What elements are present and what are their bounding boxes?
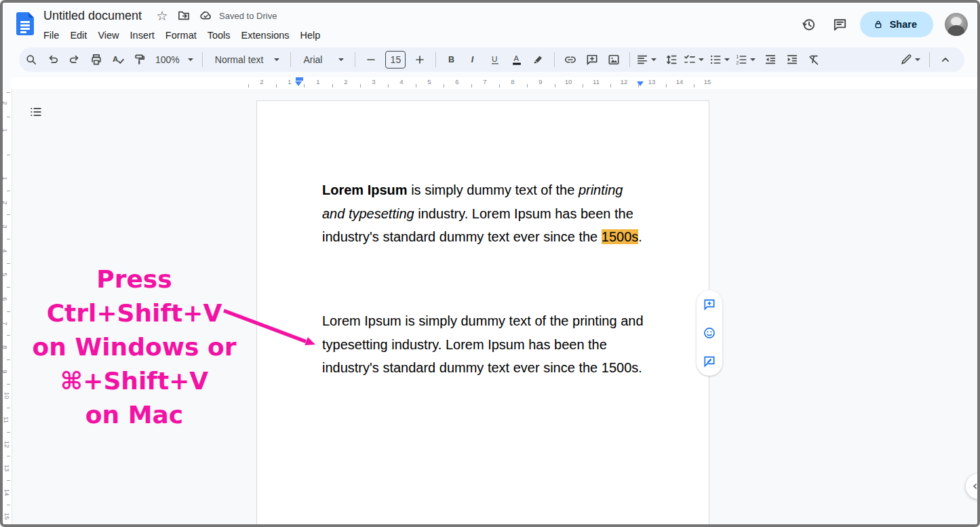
add-comment-icon[interactable]: [582, 50, 602, 70]
annotation-line: Ctrl+Shift+V: [22, 296, 246, 330]
ruler-number: 10: [3, 392, 11, 399]
underline-icon[interactable]: U: [485, 50, 505, 70]
image-icon[interactable]: [604, 50, 624, 70]
ruler-tick: [7, 214, 10, 215]
first-line-indent-marker[interactable]: [296, 77, 303, 81]
menu-tools[interactable]: Tools: [202, 28, 236, 43]
suggest-edits-button[interactable]: [701, 353, 718, 370]
ruler-tick: [304, 84, 305, 87]
paragraph-2: Lorem Ipsum is simply dummy text of the …: [322, 309, 654, 380]
share-button[interactable]: Share: [860, 12, 933, 37]
redo-icon[interactable]: [64, 50, 85, 70]
spellcheck-icon[interactable]: A: [108, 50, 128, 70]
font-size-input[interactable]: 15: [383, 50, 408, 70]
toolbar-divider: [290, 52, 291, 67]
ruler-number: 4: [399, 78, 403, 85]
line-spacing-icon[interactable]: [661, 50, 682, 70]
print-icon[interactable]: [86, 50, 106, 70]
numbered-list-icon[interactable]: 12: [734, 50, 759, 70]
annotation-line: on Windows or: [22, 330, 246, 364]
ruler-number: 9: [538, 78, 542, 85]
text-line: industry's standard dummy text ever sinc…: [322, 225, 654, 249]
document-outline-icon[interactable]: [26, 102, 45, 121]
ruler-number: 2: [260, 78, 263, 85]
emoji-reaction-button[interactable]: [701, 324, 718, 342]
indent-icon[interactable]: [782, 50, 802, 70]
outdent-icon[interactable]: [760, 50, 781, 70]
search-icon[interactable]: [21, 50, 41, 70]
clear-format-icon[interactable]: [804, 50, 824, 70]
left-indent-marker[interactable]: [295, 81, 302, 86]
ruler-tick: [7, 92, 10, 93]
star-icon[interactable]: ☆: [155, 8, 170, 23]
avatar[interactable]: [945, 13, 968, 36]
ruler-number: 15: [704, 78, 711, 85]
menu-extensions[interactable]: Extensions: [236, 28, 295, 43]
ruler-number: 4: [1, 249, 9, 252]
menu-edit[interactable]: Edit: [64, 28, 92, 43]
version-history-icon[interactable]: [793, 11, 825, 38]
decrease-font-size-icon[interactable]: [361, 50, 381, 70]
caret-down-icon: [724, 58, 730, 61]
bold-icon[interactable]: B: [442, 50, 462, 70]
annotation-line: Press: [22, 262, 246, 296]
ruler-tick: [7, 505, 10, 505]
menu-format[interactable]: Format: [160, 28, 202, 43]
ruler-number: 13: [648, 78, 656, 85]
ruler-tick: [7, 335, 10, 336]
zoom-select[interactable]: 100%: [151, 50, 197, 70]
cloud-saved-icon[interactable]: [198, 8, 213, 23]
styles-select[interactable]: Normal text: [208, 50, 286, 70]
increase-font-size-icon[interactable]: [410, 50, 430, 70]
caret-down-icon: [338, 58, 344, 61]
editing-mode-icon[interactable]: [899, 50, 924, 70]
ruler-tick: [416, 84, 416, 87]
svg-text:A: A: [113, 54, 119, 63]
comments-icon[interactable]: [825, 11, 856, 38]
caret-down-icon: [274, 58, 279, 61]
checklist-icon[interactable]: [683, 50, 707, 70]
toolbar-divider: [202, 52, 203, 67]
ruler-number: 6: [1, 297, 9, 300]
link-icon[interactable]: [560, 50, 581, 70]
menu-file[interactable]: File: [38, 28, 64, 43]
google-docs-logo-icon[interactable]: [16, 12, 34, 35]
svg-text:A: A: [514, 54, 520, 62]
hide-menus-icon[interactable]: [935, 50, 956, 70]
ruler-tick: [7, 239, 10, 239]
paint-roller-icon[interactable]: [130, 50, 150, 70]
bullet-list-icon[interactable]: [709, 50, 733, 70]
align-icon[interactable]: [635, 50, 660, 70]
menu-help[interactable]: Help: [295, 28, 326, 43]
highlight-icon[interactable]: [528, 50, 549, 70]
text-color-icon[interactable]: A: [507, 50, 527, 70]
ruler-tick: [7, 359, 10, 360]
collapse-panel-button[interactable]: [966, 473, 980, 499]
menu-insert[interactable]: Insert: [125, 28, 160, 43]
ruler-tick: [276, 84, 277, 87]
caret-down-icon: [699, 58, 704, 61]
ruler-number: 1: [288, 78, 291, 85]
ruler-tick: [7, 287, 10, 288]
ruler-number: 15: [3, 513, 11, 520]
italic-icon[interactable]: I: [463, 50, 484, 70]
ruler-number: 11: [593, 78, 600, 85]
ruler-number: 5: [427, 78, 431, 85]
undo-icon[interactable]: [43, 50, 63, 70]
document-title[interactable]: Untitled document: [43, 9, 142, 23]
saved-status[interactable]: Saved to Drive: [219, 11, 277, 21]
caret-down-icon: [651, 58, 656, 61]
text-line: Lorem Ipsum is simply dummy text of the …: [322, 178, 654, 202]
right-indent-marker[interactable]: [637, 81, 644, 86]
text-line: and typesetting industry. Lorem Ipsum ha…: [322, 202, 654, 226]
toolbar: A100%Normal textArial15BIUA12: [19, 47, 964, 72]
ruler-number: 8: [1, 346, 9, 349]
move-folder-icon[interactable]: [176, 8, 191, 23]
add-comment-button[interactable]: [701, 296, 718, 313]
menu-view[interactable]: View: [92, 28, 124, 43]
ruler-number: 2: [344, 78, 347, 85]
svg-text:U: U: [492, 54, 497, 63]
font-select[interactable]: Arial: [296, 50, 349, 70]
ruler-number: 5: [1, 273, 9, 277]
ruler-number: 8: [511, 78, 514, 85]
